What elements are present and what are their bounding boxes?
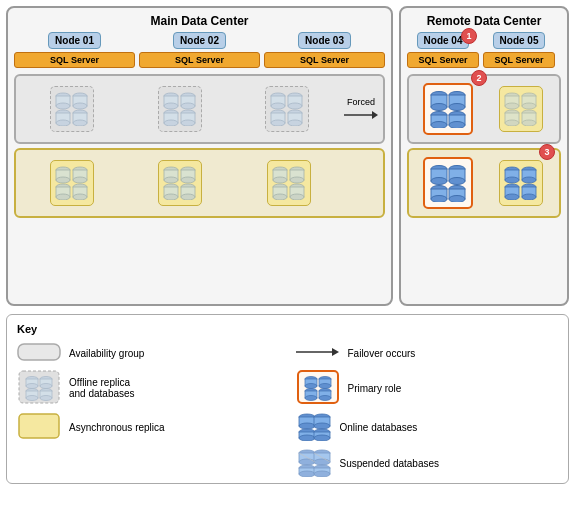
key-item-offline: Offline replicaand databases xyxy=(17,369,280,407)
svg-rect-125 xyxy=(19,371,59,403)
remote-dc-label: Remote Data Center xyxy=(407,14,561,28)
offline-replica-1-3 xyxy=(265,86,309,132)
svg-point-52 xyxy=(164,177,178,183)
svg-point-157 xyxy=(314,423,330,429)
svg-point-2 xyxy=(56,103,70,109)
svg-marker-37 xyxy=(372,111,378,119)
key-online-icon xyxy=(296,411,332,443)
svg-point-79 xyxy=(449,104,465,111)
key-title: Key xyxy=(17,323,558,335)
remote-r1-n5 xyxy=(486,86,555,132)
main-nodes-row: Node 01 SQL Server Node 02 SQL Server No… xyxy=(14,32,385,68)
key-async-icon xyxy=(17,412,61,442)
remote-ag-row-2: 3 xyxy=(407,148,561,218)
svg-point-97 xyxy=(522,120,536,126)
svg-point-172 xyxy=(299,471,315,477)
svg-point-14 xyxy=(164,103,178,109)
svg-point-46 xyxy=(56,194,70,200)
svg-point-49 xyxy=(73,194,87,200)
svg-point-100 xyxy=(431,178,447,185)
db-cylinders-online-2 xyxy=(428,162,468,202)
svg-point-5 xyxy=(73,103,87,109)
svg-point-103 xyxy=(449,178,465,185)
svg-point-26 xyxy=(271,103,285,109)
key-box: Key Availability group Failover occurs xyxy=(6,314,569,484)
main-ag-row-2 xyxy=(14,148,385,218)
main-r2-n2 xyxy=(128,160,232,206)
db-cylinders-offline-1-3 xyxy=(269,90,305,126)
node01-sql: SQL Server xyxy=(14,52,135,68)
svg-point-61 xyxy=(181,194,195,200)
node02-sql: SQL Server xyxy=(139,52,260,68)
node04-sql: SQL Server xyxy=(407,52,479,68)
node05-col: Node 05 SQL Server xyxy=(483,32,555,68)
main-ag-row-1: Forced xyxy=(14,74,385,144)
db-cylinders-async-2-1 xyxy=(54,164,90,200)
offline-replica-1-1 xyxy=(50,86,94,132)
svg-point-118 xyxy=(505,194,519,200)
key-item-failover: Failover occurs xyxy=(296,341,559,365)
key-offline-label: Offline replicaand databases xyxy=(69,377,135,399)
svg-point-112 xyxy=(505,177,519,183)
key-offline-icon xyxy=(17,369,61,407)
svg-rect-151 xyxy=(19,414,59,438)
offline-replica-1-2 xyxy=(158,86,202,132)
svg-point-141 xyxy=(305,384,317,389)
svg-point-58 xyxy=(164,194,178,200)
main-r1-n1 xyxy=(20,86,124,132)
key-item-primary: Primary role xyxy=(296,369,559,407)
async-replica-2-3 xyxy=(267,160,311,206)
svg-point-109 xyxy=(449,196,465,203)
main-r1-n3 xyxy=(235,86,339,132)
svg-point-115 xyxy=(522,177,536,183)
remote-r2-n5 xyxy=(486,160,555,206)
svg-point-23 xyxy=(181,120,195,126)
db-cylinders-online-1 xyxy=(428,88,468,128)
key-async-label: Asynchronous replica xyxy=(69,422,165,433)
svg-point-154 xyxy=(299,423,315,429)
svg-point-160 xyxy=(299,435,315,441)
badge-2: 2 xyxy=(471,70,487,86)
key-ag-icon xyxy=(17,341,61,365)
key-primary-label: Primary role xyxy=(348,383,402,394)
key-item-empty xyxy=(17,447,280,479)
svg-point-166 xyxy=(299,459,315,465)
key-suspended-label: Suspended databases xyxy=(340,458,440,469)
db-cylinders-offline-1-1 xyxy=(54,90,90,126)
svg-point-134 xyxy=(26,396,38,401)
primary-role-node4-ag2 xyxy=(423,157,473,209)
async-replica-2-1 xyxy=(50,160,94,206)
primary-role-node4-ag1 xyxy=(423,83,473,135)
svg-point-88 xyxy=(505,103,519,109)
svg-point-175 xyxy=(314,471,330,477)
key-item-ag: Availability group xyxy=(17,341,280,365)
svg-point-20 xyxy=(164,120,178,126)
db-cylinders-offline-1-5 xyxy=(503,90,539,126)
node03-label: Node 03 xyxy=(298,32,351,49)
key-ag-label: Availability group xyxy=(69,348,144,359)
db-cylinders-offline-1-2 xyxy=(162,90,198,126)
remote-r2-n4 xyxy=(413,157,482,209)
node04-col: Node 04 1 SQL Server xyxy=(407,32,479,68)
main-r2-n3 xyxy=(237,160,341,206)
db-cylinders-async-2-3 xyxy=(271,164,307,200)
svg-point-128 xyxy=(26,384,38,389)
forced-label: Forced xyxy=(347,97,375,107)
key-suspended-icon xyxy=(296,447,332,479)
svg-point-11 xyxy=(73,120,87,126)
svg-point-17 xyxy=(181,103,195,109)
node05-label: Node 05 xyxy=(493,32,546,49)
node02-label: Node 02 xyxy=(173,32,226,49)
remote-dc: Remote Data Center Node 04 1 SQL Server … xyxy=(399,6,569,306)
svg-point-55 xyxy=(181,177,195,183)
async-replica-2-5 xyxy=(499,160,543,206)
svg-point-85 xyxy=(449,122,465,129)
node03-sql: SQL Server xyxy=(264,52,385,68)
badge-3: 3 xyxy=(539,144,555,160)
remote-ag-rows: 2 xyxy=(407,74,561,218)
svg-point-121 xyxy=(522,194,536,200)
diagram-container: Main Data Center Node 01 SQL Server Node… xyxy=(0,0,575,520)
svg-point-76 xyxy=(431,104,447,111)
svg-point-82 xyxy=(431,122,447,129)
main-r1-n2 xyxy=(128,86,232,132)
